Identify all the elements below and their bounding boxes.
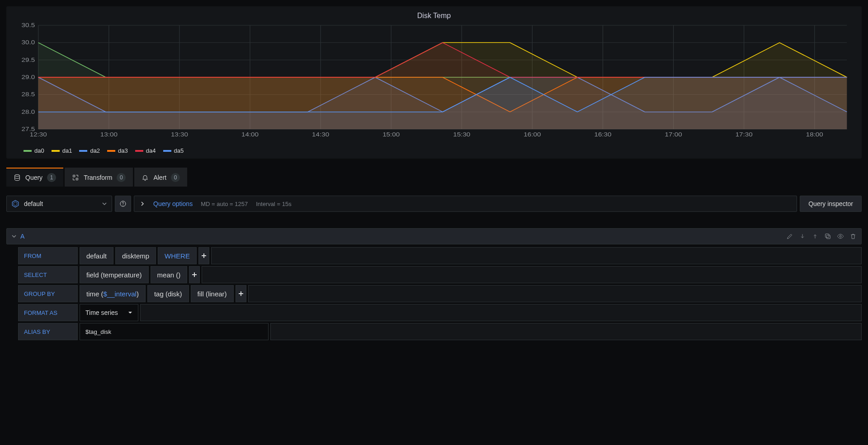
svg-text:30.0: 30.0 xyxy=(22,40,35,46)
tab-count-badge: 0 xyxy=(171,173,180,182)
groupby-label: GROUP BY xyxy=(18,285,78,302)
transform-icon xyxy=(72,174,79,181)
query-letter: A xyxy=(20,233,24,240)
panel-title: Disk Temp xyxy=(6,9,862,21)
select-agg-segment[interactable]: mean () xyxy=(151,266,188,283)
legend-item[interactable]: da4 xyxy=(135,147,156,154)
svg-text:17:00: 17:00 xyxy=(665,131,682,137)
legend-swatch xyxy=(163,150,171,152)
query-options-interval: Interval = 15s xyxy=(256,201,291,207)
legend-label: da0 xyxy=(34,147,44,154)
aliasby-input[interactable] xyxy=(80,323,269,340)
chart-legend: da0da1da2da3da4da5 xyxy=(6,143,862,154)
influxdb-icon xyxy=(11,200,19,208)
legend-item[interactable]: da0 xyxy=(24,147,44,154)
svg-marker-40 xyxy=(14,202,17,206)
where-label[interactable]: WHERE xyxy=(158,247,197,264)
svg-text:18:00: 18:00 xyxy=(806,131,823,137)
query-options-label: Query options xyxy=(153,200,193,207)
legend-swatch xyxy=(24,150,32,152)
segment-filler xyxy=(248,285,862,302)
tab-label: Transform xyxy=(84,174,112,181)
tab-alert[interactable]: Alert0 xyxy=(134,168,187,187)
legend-item[interactable]: da3 xyxy=(107,147,128,154)
edit-icon[interactable] xyxy=(786,233,793,240)
svg-text:28.0: 28.0 xyxy=(22,109,35,115)
legend-swatch xyxy=(135,150,143,152)
move-up-icon[interactable] xyxy=(811,233,819,240)
legend-label: da2 xyxy=(90,147,100,154)
from-label: FROM xyxy=(18,247,78,264)
where-add-button[interactable] xyxy=(198,247,209,264)
svg-text:17:30: 17:30 xyxy=(736,131,753,137)
svg-text:30.5: 30.5 xyxy=(22,22,35,28)
segment-filler xyxy=(211,247,862,264)
query-row-header[interactable]: A xyxy=(6,228,862,244)
groupby-add-button[interactable] xyxy=(236,285,246,302)
chevron-right-icon xyxy=(140,201,145,206)
from-policy-segment[interactable]: default xyxy=(80,247,113,264)
svg-point-42 xyxy=(123,205,123,206)
legend-item[interactable]: da5 xyxy=(163,147,184,154)
chart-panel: Disk Temp 27.528.028.529.029.530.030.512… xyxy=(6,6,862,159)
tab-transform[interactable]: Transform0 xyxy=(65,168,133,187)
legend-label: da4 xyxy=(146,147,156,154)
bell-icon xyxy=(142,174,149,181)
select-field-segment[interactable]: field (temperature) xyxy=(80,266,149,283)
groupby-time-segment[interactable]: time ($__interval) xyxy=(80,285,146,302)
query-row-actions xyxy=(786,233,857,240)
segment-filler xyxy=(140,304,862,321)
formatas-label: FORMAT AS xyxy=(18,304,78,321)
tab-count-badge: 0 xyxy=(117,173,126,182)
trash-icon[interactable] xyxy=(849,233,857,240)
datasource-help-button[interactable] xyxy=(115,196,131,212)
chart-plot[interactable]: 27.528.028.529.029.530.030.512:3013:0013… xyxy=(15,21,853,143)
legend-swatch xyxy=(52,150,60,152)
datasource-name: default xyxy=(24,200,97,207)
formatas-select[interactable]: Time series xyxy=(80,304,138,321)
from-measurement-segment[interactable]: disktemp xyxy=(115,247,156,264)
svg-text:13:30: 13:30 xyxy=(171,131,188,137)
datasource-picker[interactable]: default xyxy=(6,196,112,212)
legend-swatch xyxy=(107,150,115,152)
svg-marker-39 xyxy=(12,201,19,207)
legend-label: da5 xyxy=(174,147,184,154)
chevron-down-icon xyxy=(102,201,107,206)
select-add-button[interactable] xyxy=(189,266,200,283)
groupby-fill-segment[interactable]: fill (linear) xyxy=(191,285,234,302)
move-down-icon[interactable] xyxy=(799,233,806,240)
svg-point-38 xyxy=(15,174,20,176)
legend-swatch xyxy=(79,150,87,152)
svg-rect-44 xyxy=(826,234,829,238)
segment-filler xyxy=(202,266,862,283)
editor-tabs: Query1Transform0Alert0 xyxy=(6,168,862,187)
svg-text:29.5: 29.5 xyxy=(22,57,35,63)
query-options-bar[interactable]: Query options MD = auto = 1257 Interval … xyxy=(134,196,797,212)
tab-label: Alert xyxy=(153,174,166,181)
svg-rect-43 xyxy=(826,235,830,239)
legend-item[interactable]: da2 xyxy=(79,147,100,154)
svg-text:14:00: 14:00 xyxy=(241,131,259,137)
svg-text:29.0: 29.0 xyxy=(22,74,35,80)
svg-text:16:30: 16:30 xyxy=(594,131,611,137)
legend-item[interactable]: da1 xyxy=(52,147,72,154)
tab-query[interactable]: Query1 xyxy=(6,168,63,187)
svg-text:14:30: 14:30 xyxy=(312,131,329,137)
query-options-md: MD = auto = 1257 xyxy=(201,201,248,207)
svg-text:28.5: 28.5 xyxy=(22,92,35,98)
svg-point-45 xyxy=(840,235,841,237)
eye-icon[interactable] xyxy=(837,233,844,240)
groupby-tag-segment[interactable]: tag (disk) xyxy=(147,285,189,302)
copy-icon[interactable] xyxy=(824,233,831,240)
caret-down-icon xyxy=(128,310,132,315)
svg-text:15:30: 15:30 xyxy=(453,131,470,137)
select-label: SELECT xyxy=(18,266,78,283)
database-icon xyxy=(14,174,21,181)
query-inspector-button[interactable]: Query inspector xyxy=(800,196,862,212)
aliasby-label: ALIAS BY xyxy=(18,323,78,340)
svg-text:16:00: 16:00 xyxy=(524,131,541,137)
legend-label: da3 xyxy=(118,147,128,154)
svg-text:15:00: 15:00 xyxy=(382,131,400,137)
segment-filler xyxy=(270,323,862,340)
legend-label: da1 xyxy=(62,147,72,154)
